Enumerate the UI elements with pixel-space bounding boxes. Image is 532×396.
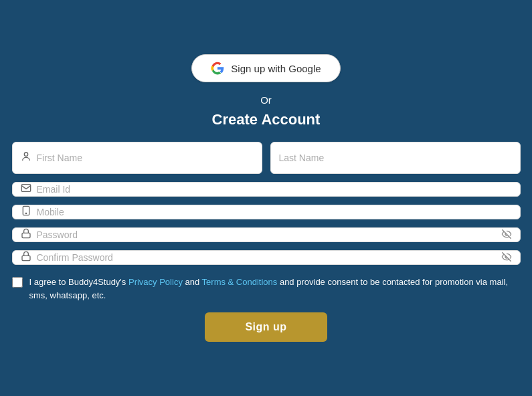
or-divider-text: Or — [260, 94, 272, 106]
password-input[interactable] — [37, 229, 497, 240]
svg-rect-4 — [22, 233, 30, 237]
terms-row: I agree to Buddy4Study's Privacy Policy … — [12, 276, 521, 302]
last-name-field-group — [270, 142, 521, 174]
lock-icon — [21, 228, 31, 241]
google-signup-button[interactable]: Sign up with Google — [191, 54, 340, 82]
svg-point-3 — [25, 213, 26, 213]
terms-text-before: I agree to Buddy4Study's — [29, 277, 128, 287]
confirm-password-field-group — [12, 250, 521, 265]
signup-button[interactable]: Sign up — [205, 312, 327, 342]
svg-rect-5 — [22, 256, 30, 260]
password-toggle-icon[interactable] — [501, 229, 512, 241]
mobile-input[interactable] — [37, 207, 512, 217]
first-name-input[interactable] — [37, 142, 254, 173]
privacy-policy-link[interactable]: Privacy Policy — [128, 277, 183, 287]
name-row — [12, 142, 521, 174]
terms-checkbox[interactable] — [12, 277, 23, 288]
terms-text: I agree to Buddy4Study's Privacy Policy … — [29, 276, 521, 302]
email-icon — [21, 183, 31, 196]
mobile-icon — [21, 205, 31, 219]
signup-form: I agree to Buddy4Study's Privacy Policy … — [12, 142, 521, 302]
confirm-password-toggle-icon[interactable] — [501, 252, 512, 264]
password-field-group — [12, 227, 521, 242]
email-field-group — [12, 182, 521, 197]
last-name-input[interactable] — [279, 142, 512, 173]
signup-container: Sign up with Google Or Create Account — [12, 54, 521, 342]
email-input[interactable] — [37, 184, 512, 195]
first-name-field-group — [12, 142, 262, 174]
terms-conditions-link[interactable]: Terms & Conditions — [202, 277, 278, 287]
person-icon — [21, 151, 31, 165]
page-title: Create Account — [212, 111, 321, 128]
svg-point-0 — [24, 153, 27, 156]
confirm-password-input[interactable] — [37, 252, 497, 263]
lock-confirm-icon — [21, 251, 31, 264]
google-button-label: Sign up with Google — [231, 63, 321, 74]
google-icon — [211, 62, 224, 75]
terms-and-text: and — [183, 277, 202, 287]
svg-rect-1 — [21, 185, 30, 192]
mobile-field-group — [12, 205, 521, 219]
